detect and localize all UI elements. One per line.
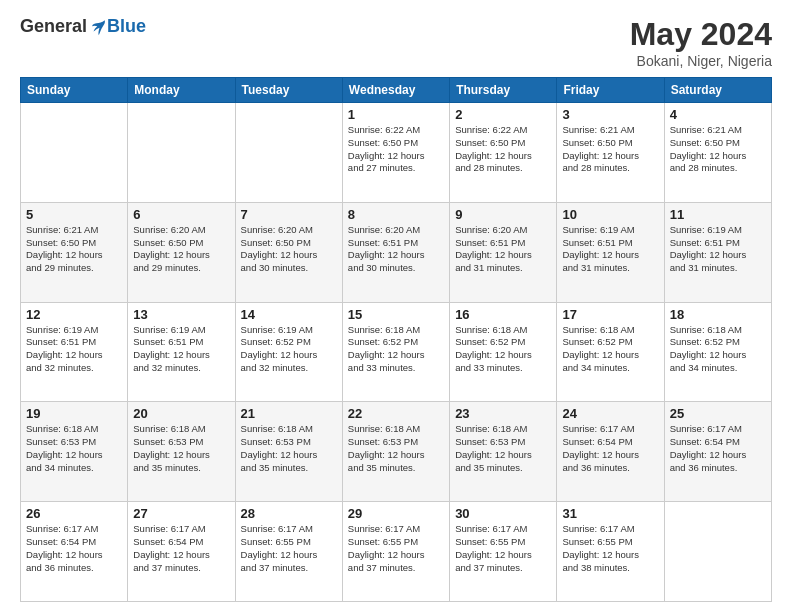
day-number: 23 <box>455 406 551 421</box>
day-number: 11 <box>670 207 766 222</box>
day-number: 9 <box>455 207 551 222</box>
day-cell: 24Sunrise: 6:17 AMSunset: 6:54 PMDayligh… <box>557 402 664 502</box>
day-info: Sunrise: 6:20 AMSunset: 6:51 PMDaylight:… <box>348 224 444 275</box>
logo: General Blue <box>20 16 146 37</box>
day-number: 28 <box>241 506 337 521</box>
logo-bird-icon <box>89 18 107 36</box>
day-cell: 8Sunrise: 6:20 AMSunset: 6:51 PMDaylight… <box>342 202 449 302</box>
day-cell: 19Sunrise: 6:18 AMSunset: 6:53 PMDayligh… <box>21 402 128 502</box>
day-cell <box>664 502 771 602</box>
week-row-2: 5Sunrise: 6:21 AMSunset: 6:50 PMDaylight… <box>21 202 772 302</box>
day-number: 26 <box>26 506 122 521</box>
day-cell: 10Sunrise: 6:19 AMSunset: 6:51 PMDayligh… <box>557 202 664 302</box>
day-cell: 7Sunrise: 6:20 AMSunset: 6:50 PMDaylight… <box>235 202 342 302</box>
day-header-tuesday: Tuesday <box>235 78 342 103</box>
day-info: Sunrise: 6:22 AMSunset: 6:50 PMDaylight:… <box>348 124 444 175</box>
day-info: Sunrise: 6:18 AMSunset: 6:53 PMDaylight:… <box>241 423 337 474</box>
day-info: Sunrise: 6:21 AMSunset: 6:50 PMDaylight:… <box>562 124 658 175</box>
day-info: Sunrise: 6:17 AMSunset: 6:55 PMDaylight:… <box>241 523 337 574</box>
day-cell: 20Sunrise: 6:18 AMSunset: 6:53 PMDayligh… <box>128 402 235 502</box>
location-subtitle: Bokani, Niger, Nigeria <box>630 53 772 69</box>
day-number: 3 <box>562 107 658 122</box>
day-cell: 28Sunrise: 6:17 AMSunset: 6:55 PMDayligh… <box>235 502 342 602</box>
day-info: Sunrise: 6:18 AMSunset: 6:53 PMDaylight:… <box>133 423 229 474</box>
day-header-saturday: Saturday <box>664 78 771 103</box>
day-cell: 2Sunrise: 6:22 AMSunset: 6:50 PMDaylight… <box>450 103 557 203</box>
day-header-row: SundayMondayTuesdayWednesdayThursdayFrid… <box>21 78 772 103</box>
day-number: 27 <box>133 506 229 521</box>
logo-blue: Blue <box>107 16 146 37</box>
day-number: 16 <box>455 307 551 322</box>
day-number: 15 <box>348 307 444 322</box>
day-cell: 9Sunrise: 6:20 AMSunset: 6:51 PMDaylight… <box>450 202 557 302</box>
day-info: Sunrise: 6:18 AMSunset: 6:53 PMDaylight:… <box>348 423 444 474</box>
day-number: 4 <box>670 107 766 122</box>
day-cell: 13Sunrise: 6:19 AMSunset: 6:51 PMDayligh… <box>128 302 235 402</box>
day-info: Sunrise: 6:18 AMSunset: 6:53 PMDaylight:… <box>455 423 551 474</box>
day-info: Sunrise: 6:17 AMSunset: 6:54 PMDaylight:… <box>26 523 122 574</box>
day-info: Sunrise: 6:21 AMSunset: 6:50 PMDaylight:… <box>26 224 122 275</box>
day-number: 29 <box>348 506 444 521</box>
day-header-thursday: Thursday <box>450 78 557 103</box>
day-header-sunday: Sunday <box>21 78 128 103</box>
day-number: 12 <box>26 307 122 322</box>
day-header-friday: Friday <box>557 78 664 103</box>
week-row-5: 26Sunrise: 6:17 AMSunset: 6:54 PMDayligh… <box>21 502 772 602</box>
day-cell: 26Sunrise: 6:17 AMSunset: 6:54 PMDayligh… <box>21 502 128 602</box>
day-cell: 3Sunrise: 6:21 AMSunset: 6:50 PMDaylight… <box>557 103 664 203</box>
day-info: Sunrise: 6:17 AMSunset: 6:55 PMDaylight:… <box>455 523 551 574</box>
day-number: 14 <box>241 307 337 322</box>
day-info: Sunrise: 6:18 AMSunset: 6:52 PMDaylight:… <box>455 324 551 375</box>
day-cell: 4Sunrise: 6:21 AMSunset: 6:50 PMDaylight… <box>664 103 771 203</box>
day-info: Sunrise: 6:17 AMSunset: 6:54 PMDaylight:… <box>562 423 658 474</box>
day-header-wednesday: Wednesday <box>342 78 449 103</box>
day-cell: 18Sunrise: 6:18 AMSunset: 6:52 PMDayligh… <box>664 302 771 402</box>
header: General Blue May 2024 Bokani, Niger, Nig… <box>20 16 772 69</box>
day-info: Sunrise: 6:22 AMSunset: 6:50 PMDaylight:… <box>455 124 551 175</box>
day-cell: 30Sunrise: 6:17 AMSunset: 6:55 PMDayligh… <box>450 502 557 602</box>
day-cell: 1Sunrise: 6:22 AMSunset: 6:50 PMDaylight… <box>342 103 449 203</box>
day-info: Sunrise: 6:17 AMSunset: 6:54 PMDaylight:… <box>670 423 766 474</box>
day-info: Sunrise: 6:19 AMSunset: 6:51 PMDaylight:… <box>562 224 658 275</box>
day-info: Sunrise: 6:18 AMSunset: 6:53 PMDaylight:… <box>26 423 122 474</box>
day-number: 1 <box>348 107 444 122</box>
page: General Blue May 2024 Bokani, Niger, Nig… <box>0 0 792 612</box>
day-info: Sunrise: 6:19 AMSunset: 6:52 PMDaylight:… <box>241 324 337 375</box>
day-number: 25 <box>670 406 766 421</box>
day-info: Sunrise: 6:19 AMSunset: 6:51 PMDaylight:… <box>133 324 229 375</box>
day-cell <box>21 103 128 203</box>
day-info: Sunrise: 6:17 AMSunset: 6:55 PMDaylight:… <box>562 523 658 574</box>
day-cell: 17Sunrise: 6:18 AMSunset: 6:52 PMDayligh… <box>557 302 664 402</box>
day-cell: 11Sunrise: 6:19 AMSunset: 6:51 PMDayligh… <box>664 202 771 302</box>
day-cell <box>235 103 342 203</box>
day-cell: 31Sunrise: 6:17 AMSunset: 6:55 PMDayligh… <box>557 502 664 602</box>
day-info: Sunrise: 6:19 AMSunset: 6:51 PMDaylight:… <box>26 324 122 375</box>
day-info: Sunrise: 6:19 AMSunset: 6:51 PMDaylight:… <box>670 224 766 275</box>
calendar-header: SundayMondayTuesdayWednesdayThursdayFrid… <box>21 78 772 103</box>
day-info: Sunrise: 6:17 AMSunset: 6:54 PMDaylight:… <box>133 523 229 574</box>
day-number: 5 <box>26 207 122 222</box>
week-row-3: 12Sunrise: 6:19 AMSunset: 6:51 PMDayligh… <box>21 302 772 402</box>
day-cell: 14Sunrise: 6:19 AMSunset: 6:52 PMDayligh… <box>235 302 342 402</box>
day-cell: 23Sunrise: 6:18 AMSunset: 6:53 PMDayligh… <box>450 402 557 502</box>
logo-text: General Blue <box>20 16 146 37</box>
day-cell: 6Sunrise: 6:20 AMSunset: 6:50 PMDaylight… <box>128 202 235 302</box>
day-number: 6 <box>133 207 229 222</box>
day-number: 10 <box>562 207 658 222</box>
logo-general: General <box>20 16 87 37</box>
day-info: Sunrise: 6:18 AMSunset: 6:52 PMDaylight:… <box>670 324 766 375</box>
calendar-body: 1Sunrise: 6:22 AMSunset: 6:50 PMDaylight… <box>21 103 772 602</box>
day-info: Sunrise: 6:18 AMSunset: 6:52 PMDaylight:… <box>562 324 658 375</box>
week-row-4: 19Sunrise: 6:18 AMSunset: 6:53 PMDayligh… <box>21 402 772 502</box>
day-number: 8 <box>348 207 444 222</box>
day-info: Sunrise: 6:20 AMSunset: 6:50 PMDaylight:… <box>241 224 337 275</box>
day-cell: 27Sunrise: 6:17 AMSunset: 6:54 PMDayligh… <box>128 502 235 602</box>
day-info: Sunrise: 6:21 AMSunset: 6:50 PMDaylight:… <box>670 124 766 175</box>
week-row-1: 1Sunrise: 6:22 AMSunset: 6:50 PMDaylight… <box>21 103 772 203</box>
day-number: 2 <box>455 107 551 122</box>
day-number: 18 <box>670 307 766 322</box>
day-number: 24 <box>562 406 658 421</box>
day-cell: 12Sunrise: 6:19 AMSunset: 6:51 PMDayligh… <box>21 302 128 402</box>
title-section: May 2024 Bokani, Niger, Nigeria <box>630 16 772 69</box>
day-number: 17 <box>562 307 658 322</box>
